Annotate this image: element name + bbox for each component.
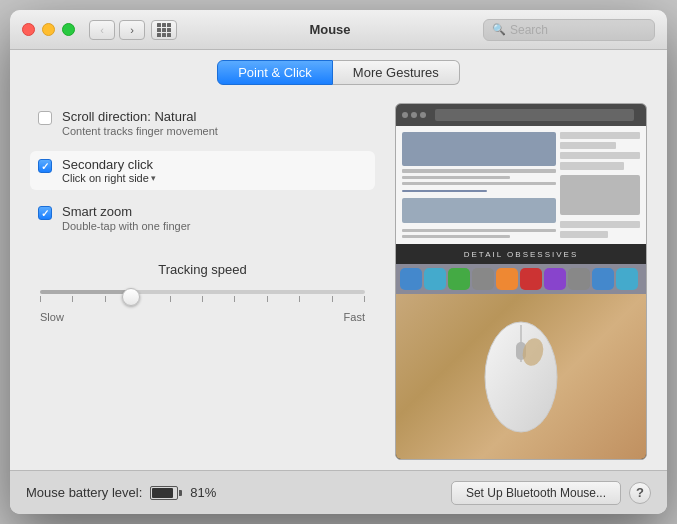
website-mock: DETAIL OBSESSIVES [396, 104, 646, 264]
dock-icon [592, 268, 614, 290]
slider-wrapper [40, 287, 365, 307]
website-nav [396, 104, 646, 126]
setup-bluetooth-button[interactable]: Set Up Bluetooth Mouse... [451, 481, 621, 505]
smart-zoom-checkbox[interactable] [38, 206, 52, 220]
dock-icon [448, 268, 470, 290]
smart-zoom-title: Smart zoom [62, 204, 190, 219]
dock-icon [544, 268, 566, 290]
chevron-down-icon: ▾ [151, 173, 156, 183]
battery-fill [152, 488, 173, 498]
website-url-bar [435, 109, 634, 121]
forward-icon: › [130, 24, 134, 36]
scroll-direction-option: Scroll direction: Natural Content tracks… [30, 103, 375, 143]
footer-buttons: Set Up Bluetooth Mouse... ? [451, 481, 651, 505]
content-area: Scroll direction: Natural Content tracks… [10, 93, 667, 470]
slider-container [40, 287, 365, 307]
mouse-hand-image [396, 294, 646, 459]
battery-icon [150, 486, 182, 500]
smart-zoom-option: Smart zoom Double-tap with one finger [30, 198, 375, 238]
secondary-click-checkbox[interactable] [38, 159, 52, 173]
text-line [402, 190, 487, 192]
grid-button[interactable] [151, 20, 177, 40]
dock-icon [472, 268, 494, 290]
dock-icon [568, 268, 590, 290]
search-icon: 🔍 [492, 23, 506, 36]
window-title: Mouse [177, 22, 483, 37]
close-button[interactable] [22, 23, 35, 36]
secondary-click-title: Secondary click [62, 157, 156, 172]
secondary-click-option: Secondary click Click on right side ▾ [30, 151, 375, 190]
dock-area [396, 264, 646, 294]
scroll-direction-title: Scroll direction: Natural [62, 109, 218, 124]
website-right-col [560, 132, 640, 238]
left-panel: Scroll direction: Natural Content tracks… [30, 103, 375, 460]
nav-dot [411, 112, 417, 118]
secondary-click-text: Secondary click Click on right side ▾ [62, 157, 156, 184]
search-box[interactable]: 🔍 Search [483, 19, 655, 41]
right-block [560, 231, 608, 238]
back-button[interactable]: ‹ [89, 20, 115, 40]
text-line [402, 229, 556, 232]
nav-buttons: ‹ › [89, 20, 145, 40]
text-line [402, 176, 510, 179]
secondary-click-sub: Click on right side [62, 172, 149, 184]
smart-zoom-text: Smart zoom Double-tap with one finger [62, 204, 190, 232]
dock-icon [616, 268, 638, 290]
preferences-window: ‹ › Mouse 🔍 Search Point & Click More Ge… [10, 10, 667, 514]
smart-zoom-desc: Double-tap with one finger [62, 220, 190, 232]
right-block [560, 152, 640, 159]
right-image [560, 175, 640, 215]
website-content [396, 126, 646, 244]
footer: Mouse battery level: 81% Set Up Bluetoot… [10, 470, 667, 514]
right-block [560, 221, 640, 228]
dock-icon [496, 268, 518, 290]
slider-fast-label: Fast [344, 311, 365, 323]
detail-bar: DETAIL OBSESSIVES [396, 244, 646, 264]
text-line [402, 169, 556, 172]
slider-track [40, 290, 365, 294]
text-line [402, 235, 510, 238]
grid-icon [157, 23, 171, 37]
slider-label-row: Slow Fast [40, 311, 365, 323]
dock-icon [520, 268, 542, 290]
tab-more-gestures[interactable]: More Gestures [333, 60, 460, 85]
tracking-label: Tracking speed [158, 262, 246, 277]
website-image [402, 132, 556, 166]
titlebar: ‹ › Mouse 🔍 Search [10, 10, 667, 50]
battery-percent: 81% [190, 485, 216, 500]
tab-point-click[interactable]: Point & Click [217, 60, 333, 85]
scroll-direction-checkbox[interactable] [38, 111, 52, 125]
right-block [560, 162, 624, 169]
forward-button[interactable]: › [119, 20, 145, 40]
battery-area: Mouse battery level: 81% [26, 485, 216, 500]
battery-tip [179, 490, 182, 496]
nav-dot [402, 112, 408, 118]
dock-icon [424, 268, 446, 290]
scroll-direction-text: Scroll direction: Natural Content tracks… [62, 109, 218, 137]
right-panel: DETAIL OBSESSIVES [395, 103, 647, 460]
slider-slow-label: Slow [40, 311, 64, 323]
right-block [560, 132, 640, 139]
help-button[interactable]: ? [629, 482, 651, 504]
search-placeholder: Search [510, 23, 548, 37]
website-left-col [402, 132, 556, 238]
website-image2 [402, 198, 556, 223]
scroll-direction-desc: Content tracks finger movement [62, 125, 218, 137]
battery-body [150, 486, 178, 500]
slider-thumb[interactable] [122, 288, 140, 306]
dock-icon [400, 268, 422, 290]
right-block [560, 142, 616, 149]
secondary-click-link[interactable]: Click on right side ▾ [62, 172, 156, 184]
minimize-button[interactable] [42, 23, 55, 36]
text-line [402, 182, 556, 185]
traffic-lights [22, 23, 75, 36]
detail-text: DETAIL OBSESSIVES [464, 250, 578, 259]
nav-dot [420, 112, 426, 118]
mouse-illustration [461, 297, 581, 457]
maximize-button[interactable] [62, 23, 75, 36]
tracking-section: Tracking speed [30, 262, 375, 323]
back-icon: ‹ [100, 24, 104, 36]
tabbar: Point & Click More Gestures [10, 50, 667, 93]
website-screenshot: DETAIL OBSESSIVES [396, 104, 646, 264]
battery-label: Mouse battery level: [26, 485, 142, 500]
